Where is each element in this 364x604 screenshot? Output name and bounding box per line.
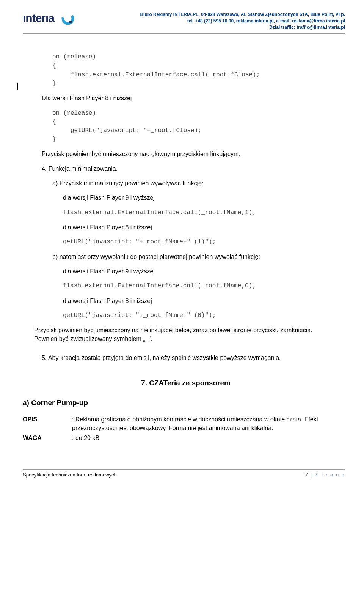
- svg-point-2: [69, 21, 72, 23]
- para-button-placement-1: Przycisk powinien być umieszczony nad gł…: [42, 150, 330, 158]
- svg-point-1: [61, 12, 74, 25]
- definition-opis: OPIS : Reklama graficzna o obniżonym kon…: [23, 415, 330, 432]
- para-flash8-lower-1: Dla wersji Flash Player 8 i niższej: [42, 94, 330, 103]
- para-flash8-lower-2: dla wersji Flash Player 8 i niższej: [42, 223, 330, 232]
- page-num: 7: [305, 472, 308, 478]
- item-4a: a) Przycisk minimalizujący powinien wywo…: [42, 179, 330, 188]
- code-block-2: on (release) { getURL("javascript: "+_ro…: [42, 109, 330, 144]
- header-divider: [23, 33, 345, 34]
- page-word: S t r o n a: [315, 472, 345, 478]
- para-button-placement-2: Przycisk powinien być umieszczony na nie…: [34, 326, 330, 343]
- code-block-4: getURL("javascript: "+_root.fName+" (1)"…: [42, 238, 330, 246]
- subheading-a-corner-pumpup: a) Corner Pump-up: [23, 399, 330, 407]
- item-4-minimize: 4. Funkcja minimalizowania.: [42, 165, 330, 173]
- item-5-acceptance: 5. Aby kreacja została przyjęta do emisj…: [42, 354, 330, 362]
- interia-logo: ınterıa: [23, 11, 74, 27]
- page-sep: |: [309, 472, 315, 478]
- code-block-3: flash.external.ExternalInterface.call(_r…: [42, 208, 330, 217]
- document-body: on (release) { flash.external.ExternalIn…: [23, 53, 345, 442]
- definition-waga: WAGA : do 20 kB: [23, 434, 330, 442]
- heading-7-czateria: 7. CZATeria ze sponsorem: [42, 379, 330, 387]
- header-line-2: tel. +48 (22) 595 16 00, reklama.interia…: [77, 18, 345, 24]
- footer-doc-title: Specyfikacja techniczna form reklamowych: [23, 472, 117, 478]
- waga-value: : do 20 kB: [72, 434, 330, 442]
- item-4b: b) natomiast przy wywołaniu do postaci p…: [42, 253, 330, 261]
- page-header: ınterıa Biuro Reklamy INTERIA.PL, 04-028…: [23, 11, 345, 30]
- code-block-1: on (release) { flash.external.ExternalIn…: [42, 53, 330, 88]
- svg-text:ınterıa: ınterıa: [23, 12, 55, 24]
- footer-page-number: 7 | S t r o n a: [305, 472, 345, 478]
- code-block-5: flash.external.ExternalInterface.call(_r…: [42, 282, 330, 290]
- page-footer: Specyfikacja techniczna form reklamowych…: [23, 469, 345, 478]
- opis-value: : Reklama graficzna o obniżonym kontraśc…: [72, 415, 330, 432]
- header-line-1: Biuro Reklamy INTERIA.PL, 04-028 Warszaw…: [77, 11, 345, 18]
- header-contact-info: Biuro Reklamy INTERIA.PL, 04-028 Warszaw…: [77, 11, 345, 30]
- code-block-6: getURL("javascript: "+_root.fName+" (0)"…: [42, 311, 330, 320]
- text-cursor: [17, 83, 18, 90]
- waga-label: WAGA: [23, 434, 72, 442]
- para-flash8-lower-3: dla wersji Flash Player 8 i niższej: [42, 297, 330, 305]
- para-flash9-higher-1: dla wersji Flash Player 9 i wyższej: [42, 194, 330, 202]
- opis-label: OPIS: [23, 415, 72, 432]
- header-line-3: Dział traffic: traffic@firma.interia.pl: [77, 24, 345, 31]
- para-flash9-higher-2: dla wersji Flash Player 9 i wyższej: [42, 267, 330, 276]
